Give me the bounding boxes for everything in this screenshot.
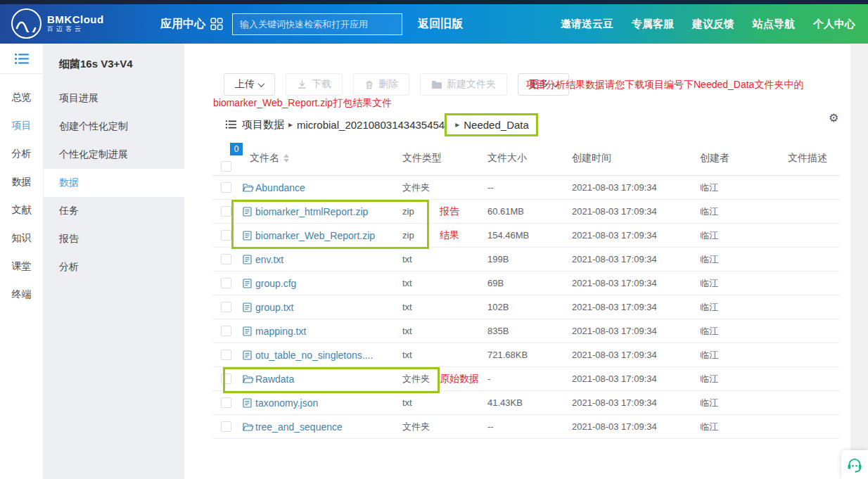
top-navbar: BMKCloud 百迈客云 应用中心 返回旧版 邀请送云豆专属客服建议反馈站点导…	[0, 4, 868, 44]
table-row[interactable]: tree_and_sequence 文件夹 -- 2021-08-03 17:0…	[212, 415, 840, 439]
row-checkbox[interactable]	[221, 230, 231, 241]
select-all-checkbox[interactable]	[221, 161, 231, 172]
file-type: 文件夹	[402, 415, 430, 438]
submenu-item[interactable]: 报告	[44, 225, 184, 253]
file-name-link[interactable]: taxonomy.json	[255, 391, 318, 414]
file-type: 文件夹	[402, 176, 430, 199]
column-header-name[interactable]: 文件名	[250, 141, 289, 175]
navbar-link[interactable]: 个人中心	[813, 18, 855, 31]
breadcrumb-current-highlighted: ▸ Needed_Data	[445, 113, 538, 136]
sidebar-item[interactable]: 数据	[0, 168, 43, 196]
navbar-link[interactable]: 邀请送云豆	[561, 18, 613, 31]
app-center-label: 应用中心	[160, 17, 205, 32]
file-name-link[interactable]: Rawdata	[255, 367, 294, 390]
bmkcloud-logo-icon	[11, 8, 42, 39]
submenu-item[interactable]: 项目进展	[44, 84, 184, 113]
file-name-link[interactable]: env.txt	[255, 248, 283, 271]
bmkcloud-logo[interactable]: BMKCloud 百迈客云	[11, 8, 104, 39]
file-icon	[243, 302, 252, 312]
table-row[interactable]: mapping.txt txt 835B 2021-08-03 17:09:34…	[212, 319, 840, 343]
row-checkbox[interactable]	[221, 278, 231, 288]
sidebar-item[interactable]: 文献	[0, 196, 43, 224]
file-icon	[243, 207, 252, 217]
submenu-item[interactable]: 个性化定制进展	[44, 141, 184, 169]
red-annotation: 结果	[440, 224, 459, 247]
submenu-item[interactable]: 创建个性化定制	[44, 113, 184, 141]
file-created-time: 2021-08-03 17:09:34	[572, 224, 657, 247]
sidebar-item[interactable]: 终端	[0, 281, 43, 309]
sidebar-collapse-button[interactable]	[0, 44, 43, 74]
row-checkbox[interactable]	[221, 373, 231, 384]
file-icon	[243, 231, 252, 241]
file-name-link[interactable]: tree_and_sequence	[255, 415, 343, 438]
row-checkbox[interactable]	[221, 350, 231, 360]
sidebar-item[interactable]: 分析	[0, 140, 43, 168]
breadcrumb-project[interactable]: microbial_20210803143435454	[297, 119, 445, 131]
app-center-button[interactable]: 应用中心	[160, 4, 223, 44]
sidebar-item[interactable]: 项目	[0, 112, 43, 140]
folder-icon	[243, 183, 254, 193]
column-header-time: 创建时间	[572, 141, 611, 175]
new-folder-button[interactable]: 新建文件夹	[420, 73, 507, 96]
submenu-item[interactable]: 数据	[44, 169, 184, 197]
row-checkbox[interactable]	[221, 326, 231, 336]
file-type: txt	[402, 343, 412, 366]
download-button[interactable]: 下载	[286, 73, 343, 96]
file-name-link[interactable]: Abundance	[255, 176, 305, 199]
table-row[interactable]: Abundance 文件夹 -- 2021-08-03 17:09:34 临江	[212, 176, 840, 200]
file-name-link[interactable]: otu_table_no_singletons....	[255, 343, 373, 366]
table-row[interactable]: env.txt txt 199B 2021-08-03 17:09:34 临江	[212, 248, 840, 272]
submenu-item[interactable]: 分析	[44, 253, 184, 281]
row-checkbox[interactable]	[221, 182, 231, 193]
column-header-type: 文件类型	[402, 141, 442, 175]
file-name-link[interactable]: group.txt	[255, 295, 293, 319]
navbar-link[interactable]: 站点导航	[753, 18, 795, 31]
delete-button[interactable]: 删除	[353, 73, 409, 96]
sort-icon[interactable]	[283, 154, 289, 162]
sidebar-item[interactable]: 总览	[0, 84, 43, 112]
column-header-creator: 创建者	[700, 141, 729, 175]
row-checkbox[interactable]	[221, 302, 231, 312]
table-row[interactable]: biomarker_htmlReport.zip zip 报告 60.61MB …	[212, 200, 840, 224]
breadcrumb-separator: ▸	[288, 120, 293, 129]
gear-settings-icon[interactable]: ⚙	[829, 111, 838, 124]
table-row[interactable]: group.cfg txt 69B 2021-08-03 17:09:34 临江	[212, 272, 840, 295]
row-checkbox[interactable]	[221, 397, 231, 408]
table-row[interactable]: group.txt txt 102B 2021-08-03 17:09:34 临…	[212, 295, 840, 319]
row-checkbox[interactable]	[221, 206, 231, 217]
search-input[interactable]	[232, 13, 402, 35]
file-name-link[interactable]: biomarker_htmlReport.zip	[255, 200, 368, 223]
file-size: --	[487, 415, 494, 438]
customer-service-button[interactable]	[841, 450, 868, 479]
table-row[interactable]: taxonomy.json txt 41.43KB 2021-08-03 17:…	[212, 391, 840, 415]
file-name-link[interactable]: group.cfg	[255, 272, 296, 295]
upload-button[interactable]: 上传	[224, 73, 275, 96]
file-name-link[interactable]: biomarker_Web_Report.zip	[255, 224, 375, 247]
download-icon	[297, 79, 307, 90]
file-name-link[interactable]: mapping.txt	[255, 319, 306, 343]
chevron-down-icon	[258, 80, 265, 87]
navbar-link[interactable]: 建议反馈	[692, 18, 734, 31]
file-created-time: 2021-08-03 17:09:34	[572, 200, 657, 223]
table-row[interactable]: otu_table_no_singletons.... txt 721.68KB…	[212, 343, 840, 367]
submenu-item[interactable]: 任务	[44, 197, 184, 225]
trash-icon	[364, 79, 374, 90]
file-created-time: 2021-08-03 17:09:34	[572, 248, 657, 271]
file-creator: 临江	[700, 176, 718, 199]
table-row[interactable]: Rawdata 文件夹 原始数据 - 2021-08-03 17:09:34 临…	[212, 367, 840, 391]
sidebar-item[interactable]: 知识	[0, 224, 43, 253]
table-row[interactable]: biomarker_Web_Report.zip zip 结果 154.46MB…	[212, 224, 840, 248]
file-icon	[243, 279, 252, 288]
navbar-link[interactable]: 专属客服	[632, 18, 674, 31]
breadcrumb-current[interactable]: Needed_Data	[464, 119, 529, 131]
file-creator: 临江	[700, 200, 718, 223]
row-checkbox[interactable]	[221, 421, 231, 432]
table-body: Abundance 文件夹 -- 2021-08-03 17:09:34 临江	[212, 176, 840, 439]
row-checkbox[interactable]	[221, 254, 231, 264]
breadcrumb-root[interactable]: 项目数据	[242, 118, 284, 132]
file-creator: 临江	[700, 248, 718, 271]
back-to-old-version-link[interactable]: 返回旧版	[418, 4, 463, 44]
file-size: 835B	[487, 319, 509, 343]
column-header-size: 文件大小	[487, 141, 527, 175]
sidebar-item[interactable]: 课堂	[0, 253, 43, 281]
